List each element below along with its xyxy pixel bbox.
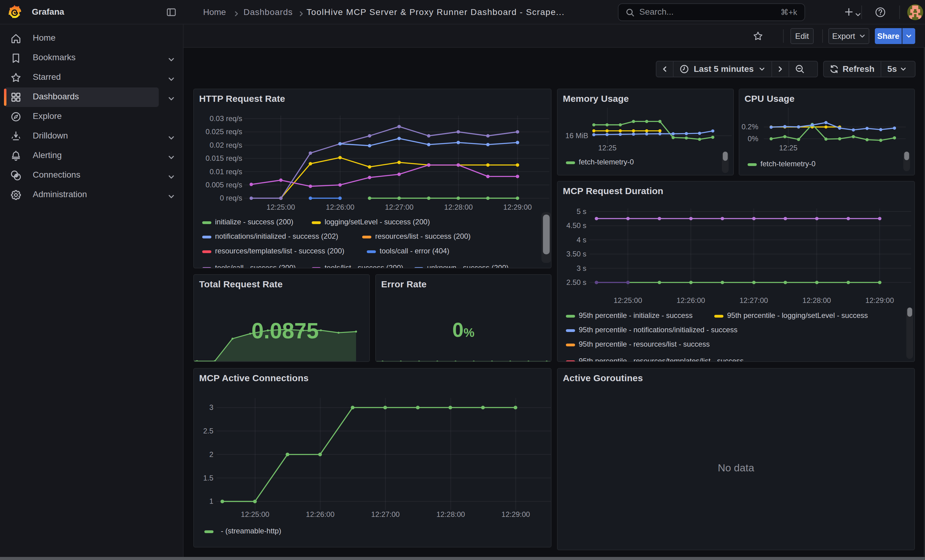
svg-text:0%: 0% <box>452 318 475 341</box>
svg-text:0.0875: 0.0875 <box>252 318 319 343</box>
svg-text:12:25: 12:25 <box>598 144 617 152</box>
svg-text:3: 3 <box>209 403 213 411</box>
svg-text:12:26:00: 12:26:00 <box>306 510 334 518</box>
svg-text:12:27:00: 12:27:00 <box>371 510 399 518</box>
svg-text:12:25:00: 12:25:00 <box>241 510 269 518</box>
svg-text:1: 1 <box>209 497 213 505</box>
svg-text:0.2%: 0.2% <box>741 123 758 131</box>
svg-text:12:29:00: 12:29:00 <box>501 510 530 518</box>
svg-text:12:28:00: 12:28:00 <box>437 510 465 518</box>
svg-text:2: 2 <box>209 450 213 458</box>
svg-text:0%: 0% <box>747 135 758 143</box>
svg-text:16 MiB: 16 MiB <box>565 131 588 140</box>
svg-text:1.5: 1.5 <box>203 474 213 482</box>
svg-text:12:25: 12:25 <box>779 144 797 152</box>
svg-text:2.5: 2.5 <box>203 427 213 435</box>
